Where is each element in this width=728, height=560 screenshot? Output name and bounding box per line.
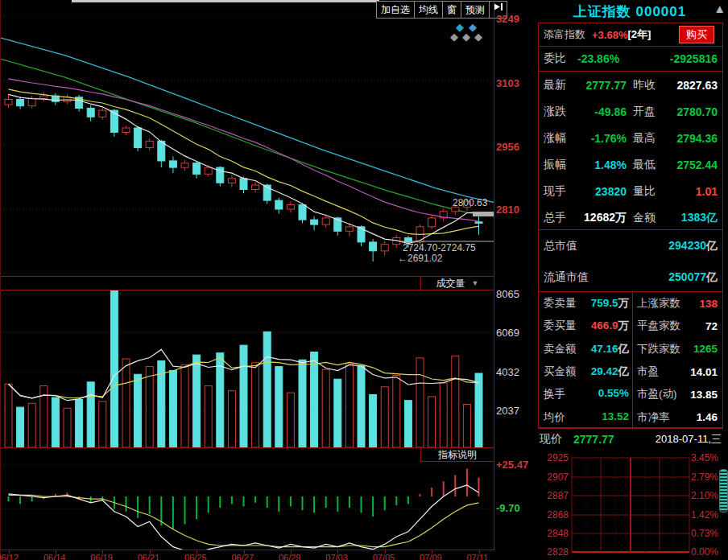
date-label: 2018-07-11,三 <box>656 432 722 447</box>
quote-panel: ▲ 上证指数 000001 添富指数 +3.68% [2年] 购买 委比 -23… <box>532 0 728 560</box>
row-value: -1.76% <box>579 132 627 145</box>
indicator-help-label: 指标说明 <box>438 448 477 462</box>
macd-chart <box>1 447 494 550</box>
row-label: 开盘 <box>633 105 670 119</box>
row-value: 138 <box>699 298 718 310</box>
date-label: 07/03 <box>325 553 348 560</box>
stats-row: 卖金额47.16亿 下跌家数1265 <box>539 338 722 360</box>
price-axis-label: 3249 <box>496 13 532 25</box>
row-label: 总市值 <box>544 239 577 253</box>
weibi-label: 委比 <box>544 51 566 66</box>
row-value: 466.9 <box>591 319 618 331</box>
quote-row: 涨幅 -1.76% 最高 2794.36 <box>539 125 722 151</box>
quote-row: 现手 23820 量比 1.01 <box>539 178 722 204</box>
row-label: 平盘家数 <box>637 319 680 333</box>
row-label: 现价 <box>540 432 562 447</box>
date-label: 06/25 <box>184 553 207 560</box>
macd-min-label: -9.70 <box>496 502 532 514</box>
row-unit: 亿 <box>618 343 630 355</box>
collapse-triangle-icon[interactable]: ▲ <box>714 2 726 15</box>
row-label: 振幅 <box>544 158 579 172</box>
row-label: 涨跌 <box>544 105 579 119</box>
intraday-pct-label: 0.00% <box>691 546 718 558</box>
date-axis: 06/1206/1406/1906/2106/2506/2706/2907/03… <box>1 550 494 560</box>
row-label: 流通市值 <box>544 270 589 285</box>
row-label: 均价 <box>544 410 565 425</box>
quote-row: 涨跌 -49.86 开盘 2780.70 <box>539 98 722 125</box>
intraday-grid <box>532 450 728 558</box>
row-value: 2752.44 <box>670 159 718 171</box>
date-label: 06/21 <box>138 553 160 560</box>
chevron-down-icon: ▼ <box>472 279 479 287</box>
row-value: 2794.36 <box>670 132 718 145</box>
stats-row: 换手0.55% 市盈(动)13.85 <box>539 383 722 406</box>
intraday-price-label: 2907 <box>547 471 569 483</box>
date-label: 07/05 <box>373 553 395 560</box>
weibi-value: -2925816 <box>670 52 718 65</box>
row-label: 涨幅 <box>544 131 579 146</box>
current-price-row: 现价 2777.77 2018-07-11,三 <box>538 428 723 450</box>
window-button[interactable]: 窗 <box>442 1 461 19</box>
price-axis-label: 3103 <box>496 77 532 89</box>
row-label: 现手 <box>544 184 579 199</box>
row-value: 759.5 <box>591 297 618 309</box>
buy-button[interactable]: 购买 <box>679 26 714 43</box>
row-value: 12682万 <box>579 211 627 225</box>
low-price-annotation: ←2691.02 <box>398 253 442 264</box>
row-value: 294230 <box>668 239 706 252</box>
date-label: 06/27 <box>232 553 254 560</box>
date-label: 06/19 <box>90 553 113 560</box>
date-label: 07/11 <box>467 553 489 560</box>
row-value: 0.55% <box>598 387 629 399</box>
date-label: 07/09 <box>420 553 442 560</box>
row-value: 1383亿 <box>670 211 718 225</box>
quote-row: 总手 12682万 金额 1383亿 <box>539 204 722 231</box>
row-value: 1265 <box>693 343 718 355</box>
row-label: 市盈 <box>637 364 659 379</box>
row-label: 下跌家数 <box>637 342 680 356</box>
volume-chart <box>1 290 494 447</box>
row-label: 上涨家数 <box>637 296 680 311</box>
price-axis-label: 2956 <box>496 141 532 153</box>
current-price-value: 2777.77 <box>573 433 614 446</box>
intraday-price-label: 2848 <box>547 528 569 539</box>
forecast-diamond-icon: ◆ <box>450 31 458 42</box>
row-value: 2827.63 <box>670 79 718 92</box>
row-value: 2777.77 <box>579 79 627 92</box>
row-label: 总手 <box>544 211 579 225</box>
date-label: 06/12 <box>0 553 19 560</box>
row-unit: 亿 <box>706 270 718 283</box>
volume-axis-label: 4032 <box>496 366 532 378</box>
axis-divider <box>494 0 494 550</box>
indicator-help-button[interactable]: 指标说明 <box>420 447 494 462</box>
row-label: 委买量 <box>544 319 577 333</box>
forecast-diamond-icon: ◆ <box>462 31 470 42</box>
tianfu-label: 添富指数 <box>544 27 585 42</box>
intraday-pct-label: 1.42% <box>691 509 718 521</box>
ma-button[interactable]: 均线 <box>414 1 443 19</box>
row-label: 最高 <box>633 131 670 146</box>
volume-indicator-dropdown[interactable]: 成交量 ▼ <box>420 276 494 290</box>
forecast-button[interactable]: 预测 <box>461 1 490 19</box>
volume-indicator-label: 成交量 <box>436 277 465 290</box>
quote-row: 最新 2777.77 昨收 2827.63 <box>539 72 722 98</box>
add-watchlist-button[interactable]: 加自选 <box>376 1 415 19</box>
chart-toolbar: 加自选 均线 窗 预测 <box>377 1 507 19</box>
volume-axis-label: 8065 <box>496 288 532 300</box>
stats-row: 委买量466.9万 平盘家数72 <box>539 315 722 337</box>
weibi-pct: -23.86% <box>577 52 619 65</box>
intraday-price-label: 2887 <box>547 490 569 501</box>
row-label: 最新 <box>544 78 579 93</box>
index-title: 上证指数 000001 <box>532 0 728 23</box>
stats-row: 委卖量759.5万 上涨家数138 <box>539 292 722 315</box>
range-annotation: 2724.70-2724.75 <box>403 242 476 253</box>
row-value: 1.48% <box>579 159 627 171</box>
intraday-pct-label: 2.79% <box>691 471 718 483</box>
row-label: 换手 <box>544 387 565 401</box>
row-value: 1.46 <box>697 411 718 423</box>
row-value: 23820 <box>579 185 627 198</box>
scrollbar-thumb[interactable] <box>719 469 728 513</box>
intraday-pct-label: 2.10% <box>691 490 718 501</box>
stock-terminal: { "toolbar": {"buttons": ["加自选", "均线", "… <box>0 0 728 560</box>
intraday-price-label: 2925 <box>547 452 569 463</box>
